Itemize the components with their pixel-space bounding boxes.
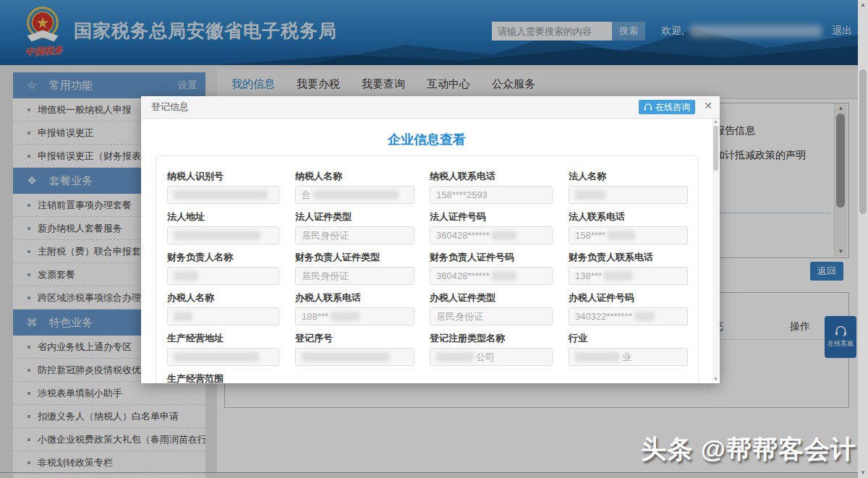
field-label: 生产经营范围 [167, 373, 689, 383]
field-label: 办税人证件号码 [569, 292, 689, 304]
field-value: 合 [302, 189, 311, 202]
form-field: 登记注册类型名称公司 [430, 333, 569, 366]
field-label: 办税人联系电话 [295, 292, 430, 304]
field-input[interactable]: 340322******* [569, 307, 688, 325]
field-input[interactable] [167, 348, 279, 366]
field-input[interactable]: 合 [295, 186, 414, 204]
redacted-value [174, 271, 198, 281]
field-input[interactable]: 188*** [295, 307, 414, 325]
field-label: 法人证件号码 [430, 211, 569, 223]
scroll-down-icon[interactable]: ▼ [858, 469, 868, 476]
modal-title: 登记信息 [151, 96, 189, 118]
modal-scrollbar[interactable]: ▲ ▼ [712, 119, 719, 382]
modal-form-grid: 纳税人识别号纳税人名称合纳税人联系电话158****2593法人名称法人地址法人… [167, 171, 687, 383]
redacted-value [313, 190, 399, 200]
form-field: 登记序号 [295, 333, 430, 366]
field-label: 法人地址 [167, 211, 295, 223]
form-field: 纳税人联系电话158****2593 [430, 171, 569, 204]
field-input[interactable]: 138*** [569, 267, 688, 285]
close-icon[interactable]: ✕ [704, 100, 712, 111]
redacted-value [634, 312, 655, 321]
modal-heading: 企业信息查看 [141, 131, 712, 148]
field-input[interactable]: 360428****** [430, 267, 553, 285]
field-input[interactable] [167, 307, 279, 325]
scroll-up-icon[interactable]: ▲ [712, 119, 719, 124]
form-field: 办税人证件号码340322******* [569, 292, 689, 325]
page: 中国税务 国家税务总局安徽省电子税务局 搜索 欢迎, 退出 ☆常用功能设置增值税… [0, 0, 868, 478]
field-label: 财务负责人名称 [167, 252, 295, 263]
field-input[interactable]: 居民身份证 [295, 267, 414, 285]
field-input[interactable]: 158**** [569, 226, 688, 244]
form-field: 财务负责人证件号码360428****** [430, 252, 569, 285]
field-input[interactable] [167, 186, 279, 204]
field-input[interactable] [167, 267, 279, 285]
redacted-value [302, 352, 390, 362]
scroll-up-icon[interactable]: ▲ [858, 1, 868, 8]
field-input[interactable]: 居民身份证 [295, 226, 414, 244]
field-input[interactable]: 业 [569, 348, 688, 366]
redacted-value [436, 352, 474, 362]
field-label: 财务负责人证件号码 [430, 252, 569, 263]
field-label: 财务负责人证件类型 [295, 252, 430, 263]
headset-icon [644, 103, 652, 111]
field-value: 业 [622, 351, 631, 364]
form-field: 纳税人识别号 [167, 171, 295, 204]
field-label: 法人证件类型 [295, 211, 430, 223]
form-field: 法人联系电话158**** [569, 211, 689, 244]
form-field: 生产经营范围 [167, 373, 689, 383]
field-value: 360428****** [436, 270, 490, 281]
form-field: 财务负责人名称 [167, 252, 295, 285]
field-value: 公司 [476, 351, 495, 364]
form-field: 办税人联系电话188*** [295, 292, 430, 325]
field-value: 158****2593 [436, 189, 488, 200]
form-field: 财务负责人联系电话138*** [569, 252, 689, 285]
scroll-thumb[interactable] [713, 126, 718, 171]
form-field: 法人证件类型居民身份证 [295, 211, 430, 244]
watermark: 头条 @帮帮客会计 [641, 432, 856, 466]
online-consult-button[interactable]: 在线咨询 [639, 100, 695, 114]
redacted-value [331, 312, 359, 321]
form-field: 法人地址 [167, 211, 295, 244]
field-input[interactable]: 158****2593 [430, 186, 553, 204]
field-input[interactable] [295, 348, 414, 366]
redacted-value [608, 231, 635, 240]
field-input[interactable]: 公司 [430, 348, 553, 366]
field-input[interactable]: 居民身份证 [430, 307, 553, 325]
scroll-down-icon[interactable]: ▼ [712, 377, 719, 381]
field-value: 340322******* [575, 311, 632, 322]
form-field: 纳税人名称合 [295, 171, 430, 204]
field-label: 财务负责人联系电话 [569, 252, 689, 263]
field-label: 登记注册类型名称 [430, 333, 569, 344]
redacted-value [174, 190, 268, 200]
redacted-value [604, 271, 633, 281]
field-value: 居民身份证 [436, 310, 483, 323]
modal-form-card: 纳税人识别号纳税人名称合纳税人联系电话158****2593法人名称法人地址法人… [156, 155, 699, 383]
page-scrollbar[interactable]: ▲ ▼ [858, 0, 868, 478]
field-value: 138*** [575, 270, 602, 281]
online-consult-label: 在线咨询 [655, 101, 690, 114]
field-input[interactable]: 360428****** [430, 226, 553, 244]
scroll-thumb[interactable] [859, 69, 867, 214]
field-value: 188*** [302, 311, 328, 322]
redacted-value [174, 231, 260, 240]
field-label: 纳税人名称 [295, 171, 430, 182]
form-field: 财务负责人证件类型居民身份证 [295, 252, 430, 285]
redacted-value [174, 312, 192, 321]
field-label: 办税人证件类型 [430, 292, 569, 304]
field-label: 纳税人联系电话 [430, 171, 569, 182]
field-label: 行业 [569, 333, 689, 344]
field-value: 居民身份证 [302, 270, 349, 283]
field-label: 办税人名称 [167, 292, 295, 304]
form-field: 生产经营地址 [167, 333, 295, 366]
field-label: 法人联系电话 [569, 211, 689, 223]
field-input[interactable] [167, 226, 279, 244]
form-field: 行业业 [569, 333, 689, 366]
registration-modal: 登记信息 在线咨询 ✕ 企业信息查看 纳税人识别号纳税人名称合纳税人联系电话15… [141, 96, 720, 383]
field-label: 生产经营地址 [167, 333, 295, 344]
field-input[interactable] [569, 186, 688, 204]
field-label: 登记序号 [295, 333, 430, 344]
field-value: 158**** [575, 230, 605, 241]
field-value: 360428****** [436, 230, 490, 241]
redacted-value [575, 352, 620, 362]
form-field: 法人名称 [569, 171, 689, 204]
